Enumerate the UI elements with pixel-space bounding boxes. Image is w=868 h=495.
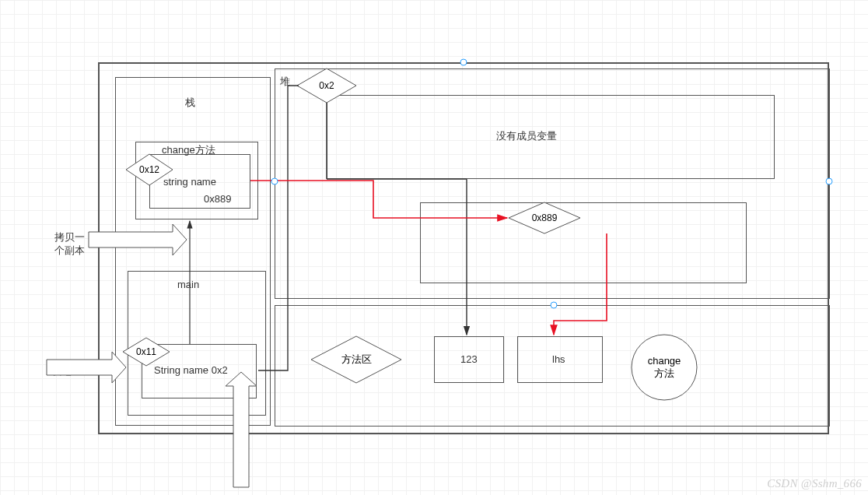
lower-heap-box (420, 202, 747, 283)
string-name-line2: 0x889 (204, 193, 231, 205)
diagram-canvas: 栈 change方法 string name 0x889 main String… (0, 0, 868, 495)
copy-text-line2: 个副本 (54, 244, 85, 258)
copy-text-line1: 拷贝一 (54, 230, 85, 244)
stack-addr-label: 栈地址 (51, 364, 82, 378)
selection-handle[interactable] (271, 178, 278, 185)
string-name-0x2: String name 0x2 (154, 364, 228, 376)
string-name-line1: string name (163, 176, 216, 188)
selection-handle[interactable] (460, 59, 467, 66)
stack-title-label: 栈 (185, 96, 195, 110)
no-member-label: 没有成员变量 (496, 129, 557, 143)
watermark: CSDN @Sshm_666 (767, 477, 862, 490)
selection-handle[interactable] (826, 178, 833, 185)
main-label: main (177, 279, 199, 290)
heap-label: 堆 (280, 75, 290, 89)
val-123-label: 123 (460, 353, 478, 365)
val-lhs-label: lhs (552, 353, 565, 365)
change-method-label: change方法 (162, 143, 215, 157)
selection-handle[interactable] (551, 302, 558, 309)
